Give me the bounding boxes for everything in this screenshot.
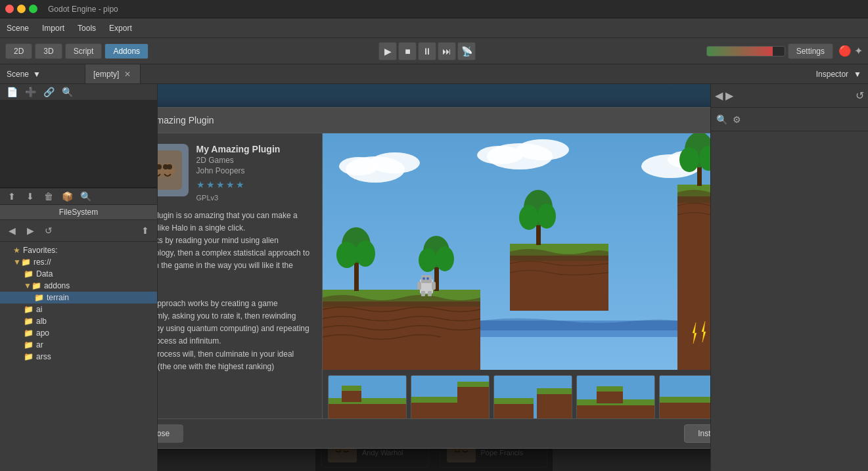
menu-export[interactable]: Export [103, 21, 139, 35]
view-addons-btn[interactable]: Addons [104, 43, 148, 59]
play-controls: ▶ ■ ⏸ ⏭ 📡 [378, 42, 476, 60]
menu-tools[interactable]: Tools [71, 21, 103, 35]
plugin-meta: My Amazing Plugin 2D Games John Poopers … [196, 144, 281, 202]
window-max-btn[interactable] [29, 5, 37, 13]
svg-point-98 [679, 147, 699, 172]
search-scene-btn[interactable]: 🔍 [59, 84, 75, 100]
modal-right-pane [323, 133, 711, 418]
record-btn[interactable]: 📡 [457, 42, 476, 60]
svg-point-102 [423, 277, 425, 280]
inspector-next-btn[interactable]: ▶ [725, 89, 733, 102]
nav-back-btn[interactable]: ◀ [4, 223, 20, 238]
inspector-history-btn[interactable]: ↺ [856, 89, 864, 102]
center-viewport: Output Debugger Animation [158, 84, 710, 471]
svg-rect-135 [597, 390, 623, 403]
inspector-toolbar: ◀ ▶ ↺ [711, 84, 868, 108]
thumbnail-2[interactable] [411, 375, 490, 418]
new-scene-btn[interactable]: 📄 [4, 84, 20, 100]
settings-btn[interactable]: Settings [788, 43, 833, 59]
pause-btn[interactable]: ⏸ [418, 42, 436, 60]
play-btn[interactable]: ▶ [378, 42, 397, 60]
view-2d-btn[interactable]: 2D [5, 43, 32, 59]
move-up-btn[interactable]: ⬆ [4, 189, 20, 204]
step-btn[interactable]: ⏭ [438, 42, 456, 60]
svg-rect-138 [660, 401, 711, 418]
svg-rect-104 [417, 282, 421, 290]
modal-overlay: My Amazing Plugin ✕ [158, 84, 710, 471]
svg-point-64 [160, 163, 175, 177]
svg-rect-126 [457, 382, 490, 387]
menu-import[interactable]: Import [35, 21, 71, 35]
move-down-btn[interactable]: ⬇ [22, 189, 38, 204]
scene-dropdown-arrow: ▼ [33, 70, 41, 79]
plugin-header-section: My Amazing Plugin 2D Games John Poopers … [158, 144, 311, 202]
modal-body: My Amazing Plugin 2D Games John Poopers … [158, 133, 710, 418]
nav-refresh-btn[interactable]: ↺ [41, 223, 57, 238]
tree-item-apo[interactable]: 📁 apo [0, 327, 157, 339]
modal-install-btn[interactable]: Install [684, 424, 710, 443]
view-3d-btn[interactable]: 3D [35, 43, 62, 59]
arss-label: arss [36, 352, 51, 361]
filter-btn[interactable]: 🔍 [78, 189, 93, 204]
view-script-btn[interactable]: Script [65, 43, 103, 59]
svg-point-90 [419, 248, 437, 272]
add-node-btn[interactable]: ➕ [22, 84, 38, 100]
star-2: ★ [206, 179, 215, 190]
scene-toolbar: 📄 ➕ 🔗 🔍 [0, 84, 157, 101]
tree-item-arss[interactable]: 📁 arss [0, 351, 157, 363]
apo-label: apo [36, 328, 49, 338]
plugin-modal-author: John Poopers [196, 166, 281, 175]
tree-item-alb[interactable]: 📁 alb [0, 315, 157, 327]
svg-point-95 [537, 204, 556, 229]
empty-tab[interactable]: [empty] ✕ [85, 64, 141, 83]
inspector-label: Inspector [816, 70, 848, 79]
plugin-modal-name: My Amazing Plugin [196, 144, 281, 154]
tab-close-btn[interactable]: ✕ [123, 70, 132, 79]
inspector-prev-btn[interactable]: ◀ [715, 89, 723, 102]
inspector-settings-btn[interactable]: ⚙ [733, 114, 741, 125]
window-controls[interactable] [5, 5, 37, 13]
stop-btn[interactable]: ■ [398, 42, 417, 60]
star-3: ★ [216, 179, 225, 190]
svg-point-91 [436, 246, 454, 271]
group-btn[interactable]: 📦 [59, 189, 75, 204]
delete-btn[interactable]: 🗑 [41, 189, 57, 204]
file-nav-bar: ◀ ▶ ↺ ⬆ [0, 220, 157, 242]
scene-dropdown[interactable]: Scene ▼ [0, 64, 85, 83]
window-min-btn[interactable] [17, 5, 26, 13]
svg-rect-131 [537, 388, 572, 394]
tree-item-favorites[interactable]: ★ Favorites: [0, 244, 157, 256]
nav-up-btn[interactable]: ⬆ [137, 223, 153, 238]
modal-close-action-btn[interactable]: Close [158, 424, 183, 443]
nav-forward-btn[interactable]: ▶ [22, 223, 38, 238]
modal-left-pane: My Amazing Plugin 2D Games John Poopers … [158, 133, 323, 418]
thumbnail-4[interactable] [576, 375, 655, 418]
scene-preview [0, 101, 157, 188]
modal-footer: Close Install [158, 418, 710, 448]
thumbnail-1[interactable] [328, 375, 407, 418]
inspector-search-btn[interactable]: 🔍 [716, 114, 727, 125]
tree-item-ar[interactable]: 📁 ar [0, 339, 157, 351]
tree-item-addons[interactable]: ▼📁 addons [0, 280, 157, 292]
tree-item-terrain[interactable]: 📁 terrain [0, 292, 157, 303]
res-label: res:// [34, 258, 51, 267]
refresh-icon: ✦ [854, 45, 863, 57]
thumbnail-5[interactable] [659, 375, 711, 418]
window-close-btn[interactable] [5, 5, 14, 13]
top-toolbar: 2D 3D Script Addons ▶ ■ ⏸ ⏭ 📡 Settings 🔴… [0, 38, 868, 64]
inspector-arrow: ▼ [854, 70, 861, 79]
tree-item-data[interactable]: 📁 Data [0, 268, 157, 280]
menu-scene[interactable]: Scene [0, 21, 35, 35]
instance-btn[interactable]: 🔗 [41, 84, 57, 100]
thumbnail-3[interactable] [493, 375, 572, 418]
ar-label: ar [36, 340, 43, 349]
tree-item-res[interactable]: ▼📁 res:// [0, 256, 157, 268]
data-label: Data [36, 269, 53, 279]
svg-point-94 [519, 205, 539, 230]
data-folder-icon: 📁 [24, 269, 34, 279]
tree-item-ai[interactable]: 📁 ai [0, 303, 157, 315]
favorites-label: Favorites: [23, 246, 58, 255]
right-inspector-panel: ◀ ▶ ↺ 🔍 ⚙ [710, 84, 868, 471]
menu-bar: Scene Import Tools Export [0, 18, 868, 38]
svg-rect-121 [342, 386, 361, 391]
